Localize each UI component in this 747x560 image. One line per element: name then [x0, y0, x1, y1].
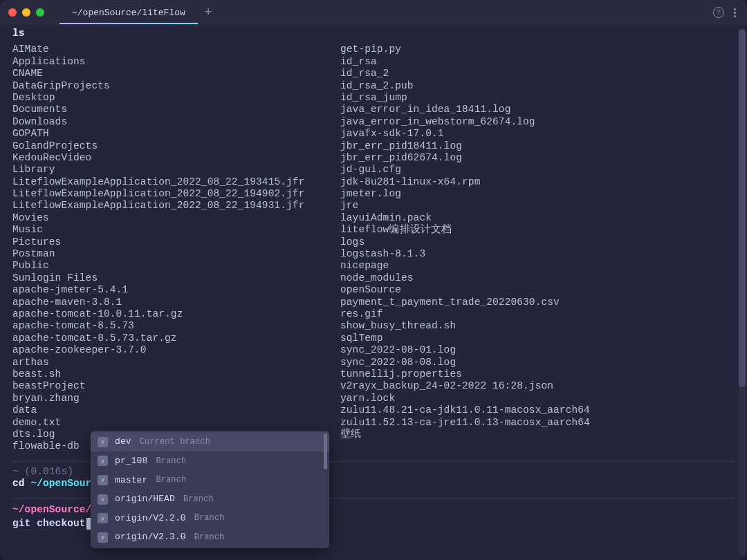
- autocomplete-hint: Branch: [194, 532, 225, 542]
- list-item: apache-tomcat-8.5.73.tar.gz: [12, 333, 340, 344]
- list-item: Documents: [12, 104, 340, 115]
- ls-output: AIMateApplicationsCNAMEDataGripProjectsD…: [12, 44, 735, 452]
- list-item: sqlTemp: [340, 333, 735, 344]
- branch-icon: ν: [98, 456, 108, 466]
- maximize-button[interactable]: [36, 8, 44, 17]
- scrollbar-thumb[interactable]: [739, 29, 746, 387]
- list-item: jdk-8u281-linux-x64.rpm: [340, 176, 735, 188]
- list-item: zulu11.52.13-ca-jre11.0.13-macosx_aarch6…: [340, 417, 735, 429]
- list-item: liteflow编排设计文档: [340, 224, 735, 236]
- list-item: res.gif: [340, 308, 735, 320]
- help-icon[interactable]: ?: [713, 7, 724, 18]
- list-item: zulu11.48.21-ca-jdk11.0.11-macosx_aarch6…: [340, 404, 735, 416]
- list-item: Sunlogin Files: [12, 272, 340, 284]
- list-item: jbr_err_pid62674.log: [340, 152, 735, 164]
- prev-command: ls: [12, 28, 735, 39]
- list-item: openSource: [340, 284, 735, 296]
- list-item: get-pip.py: [340, 44, 735, 55]
- list-item: javafx-sdk-17.0.1: [340, 128, 735, 140]
- autocomplete-hint: Branch: [183, 494, 214, 504]
- minimize-button[interactable]: [22, 8, 30, 17]
- titlebar: ~/openSource/liteFlow + ?: [0, 0, 747, 25]
- list-item: tunnellij.properties: [340, 368, 735, 380]
- traffic-lights: [8, 8, 44, 17]
- list-item: show_busy_thread.sh: [340, 320, 735, 332]
- list-item: beast.sh: [12, 368, 340, 380]
- autocomplete-item[interactable]: νpr_108Branch: [91, 451, 329, 471]
- autocomplete-item[interactable]: νorigin/HEADBranch: [91, 489, 329, 509]
- list-item: LiteflowExampleApplication_2022_08_22_19…: [12, 188, 340, 200]
- list-item: DataGripProjects: [12, 80, 340, 92]
- scrollbar[interactable]: [739, 29, 746, 556]
- list-item: demo.txt: [12, 417, 340, 429]
- list-item: Library: [12, 164, 340, 176]
- list-item: id_rsa: [340, 56, 735, 68]
- list-item: java_error_in_idea_18411.log: [340, 104, 735, 115]
- autocomplete-item[interactable]: νorigin/V2.3.0Branch: [91, 528, 329, 547]
- list-item: sync_2022-08-01.log: [340, 344, 735, 356]
- list-item: apache-zookeeper-3.7.0: [12, 344, 340, 356]
- list-item: Music: [12, 224, 340, 236]
- terminal-body[interactable]: ls AIMateApplicationsCNAMEDataGripProjec…: [0, 25, 747, 560]
- list-item: apache-maven-3.8.1: [12, 297, 340, 308]
- tab-active[interactable]: ~/openSource/liteFlow: [59, 1, 198, 24]
- autocomplete-hint: Branch: [156, 475, 186, 485]
- list-item: layuiAdmin.pack: [340, 212, 735, 224]
- autocomplete-item[interactable]: νorigin/V2.2.0Branch: [91, 509, 329, 528]
- cd-path: ~/openSour: [30, 478, 91, 489]
- autocomplete-hint: Branch: [156, 456, 186, 466]
- autocomplete-scrollbar[interactable]: [324, 433, 327, 469]
- list-item: id_rsa_jump: [340, 92, 735, 104]
- list-item: payment_t_payment_trade_20220630.csv: [340, 297, 735, 308]
- list-item: KedouRecVideo: [12, 152, 340, 164]
- autocomplete-item[interactable]: νmasterBranch: [91, 471, 329, 490]
- autocomplete-popup[interactable]: νdevCurrent branchνpr_108BranchνmasterBr…: [91, 431, 329, 548]
- list-item: id_rsa_2.pub: [340, 80, 735, 92]
- autocomplete-name: pr_108: [115, 456, 147, 467]
- list-item: apache-tomcat-10.0.11.tar.gz: [12, 308, 340, 320]
- list-item: id_rsa_2: [340, 68, 735, 80]
- list-item: jmeter.log: [340, 188, 735, 200]
- list-item: nicepage: [340, 260, 735, 272]
- autocomplete-name: origin/HEAD: [115, 494, 175, 505]
- list-item: Downloads: [12, 116, 340, 128]
- list-item: LiteflowExampleApplication_2022_08_22_19…: [12, 176, 340, 188]
- typed-command: git checkout: [12, 518, 86, 530]
- list-item: 壁纸: [340, 429, 735, 440]
- list-item: beastProject: [12, 380, 340, 392]
- list-item: node_modules: [340, 272, 735, 284]
- close-button[interactable]: [8, 8, 17, 17]
- list-item: apache-jmeter-5.4.1: [12, 284, 340, 296]
- autocomplete-hint: Current branch: [140, 437, 210, 447]
- list-item: jd-gui.cfg: [340, 164, 735, 176]
- branch-icon: ν: [98, 475, 108, 485]
- branch-icon: ν: [98, 513, 108, 523]
- list-item: CNAME: [12, 68, 340, 80]
- list-item: Postman: [12, 248, 340, 260]
- cd-cmd: cd: [12, 478, 30, 489]
- list-item: java_error_in_webstorm_62674.log: [340, 116, 735, 128]
- list-item: GOPATH: [12, 128, 340, 140]
- list-item: yarn.lock: [340, 393, 735, 404]
- list-item: Applications: [12, 56, 340, 68]
- new-tab-button[interactable]: +: [205, 6, 212, 19]
- list-item: Public: [12, 260, 340, 272]
- list-item: Pictures: [12, 236, 340, 248]
- autocomplete-name: dev: [115, 436, 131, 447]
- autocomplete-name: origin/V2.2.0: [115, 513, 186, 524]
- list-item: arthas: [12, 357, 340, 368]
- list-item: sync_2022-08-08.log: [340, 357, 735, 368]
- list-item: GolandProjects: [12, 140, 340, 152]
- autocomplete-name: origin/V2.3.0: [115, 532, 186, 543]
- autocomplete-hint: Branch: [194, 513, 225, 523]
- branch-icon: ν: [98, 494, 108, 505]
- list-item: Movies: [12, 212, 340, 224]
- list-item: jbr_err_pid18411.log: [340, 140, 735, 152]
- list-item: bryan.zhang: [12, 393, 340, 404]
- list-item: LiteflowExampleApplication_2022_08_22_19…: [12, 200, 340, 212]
- autocomplete-name: master: [115, 475, 147, 486]
- menu-icon[interactable]: [734, 8, 736, 17]
- terminal-window: ~/openSource/liteFlow + ? ls AIMateAppli…: [0, 0, 747, 560]
- list-item: logs: [340, 236, 735, 248]
- autocomplete-item[interactable]: νdevCurrent branch: [91, 432, 329, 451]
